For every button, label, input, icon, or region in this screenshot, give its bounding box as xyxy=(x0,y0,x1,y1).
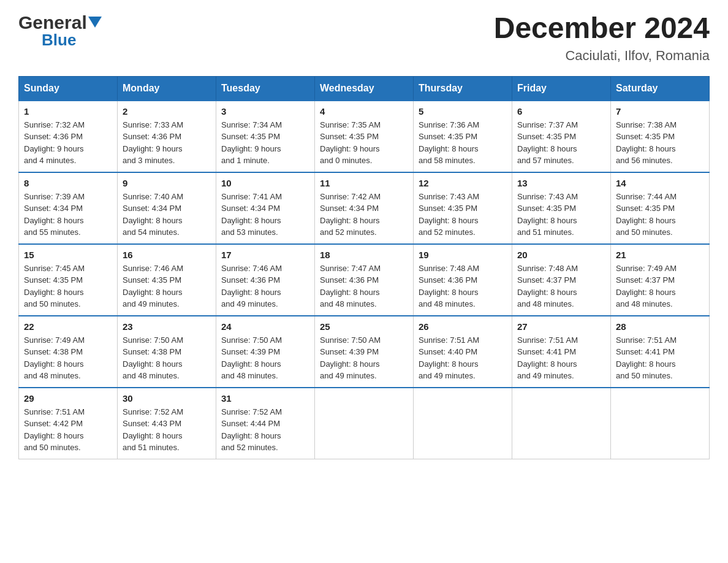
day-number: 19 xyxy=(419,250,507,260)
day-number: 25 xyxy=(320,321,408,332)
day-number: 27 xyxy=(517,321,605,332)
day-number: 21 xyxy=(616,250,704,260)
calendar-cell xyxy=(315,388,414,459)
day-info: Sunrise: 7:49 AM Sunset: 4:38 PM Dayligh… xyxy=(24,334,112,382)
calendar-cell: 22 Sunrise: 7:49 AM Sunset: 4:38 PM Dayl… xyxy=(19,316,118,388)
header-tuesday: Tuesday xyxy=(216,76,315,101)
day-number: 24 xyxy=(221,321,309,332)
day-number: 10 xyxy=(221,178,309,188)
calendar-cell: 20 Sunrise: 7:48 AM Sunset: 4:37 PM Dayl… xyxy=(512,244,611,316)
calendar-title: December 2024 xyxy=(494,12,710,45)
calendar-cell: 8 Sunrise: 7:39 AM Sunset: 4:34 PM Dayli… xyxy=(19,172,118,244)
calendar-week-1: 1 Sunrise: 7:32 AM Sunset: 4:36 PM Dayli… xyxy=(19,101,710,172)
day-info: Sunrise: 7:50 AM Sunset: 4:39 PM Dayligh… xyxy=(320,334,408,382)
header-wednesday: Wednesday xyxy=(315,76,414,101)
calendar-cell: 10 Sunrise: 7:41 AM Sunset: 4:34 PM Dayl… xyxy=(216,172,315,244)
day-info: Sunrise: 7:52 AM Sunset: 4:43 PM Dayligh… xyxy=(123,406,211,454)
logo: General Blue xyxy=(18,12,102,50)
calendar-cell: 19 Sunrise: 7:48 AM Sunset: 4:36 PM Dayl… xyxy=(414,244,512,316)
day-number: 18 xyxy=(320,250,408,260)
day-number: 1 xyxy=(24,106,112,117)
header-sunday: Sunday xyxy=(19,76,118,101)
day-info: Sunrise: 7:51 AM Sunset: 4:40 PM Dayligh… xyxy=(419,334,507,382)
day-number: 30 xyxy=(123,393,211,404)
day-info: Sunrise: 7:51 AM Sunset: 4:42 PM Dayligh… xyxy=(24,406,112,454)
day-number: 7 xyxy=(616,106,704,117)
day-info: Sunrise: 7:43 AM Sunset: 4:35 PM Dayligh… xyxy=(419,191,507,239)
calendar-week-3: 15 Sunrise: 7:45 AM Sunset: 4:35 PM Dayl… xyxy=(19,244,710,316)
svg-marker-0 xyxy=(88,17,102,28)
day-info: Sunrise: 7:40 AM Sunset: 4:34 PM Dayligh… xyxy=(123,191,211,239)
day-number: 6 xyxy=(517,106,605,117)
calendar-cell: 4 Sunrise: 7:35 AM Sunset: 4:35 PM Dayli… xyxy=(315,101,414,172)
calendar-cell: 3 Sunrise: 7:34 AM Sunset: 4:35 PM Dayli… xyxy=(216,101,315,172)
day-info: Sunrise: 7:37 AM Sunset: 4:35 PM Dayligh… xyxy=(517,119,605,167)
title-block: December 2024 Caciulati, Ilfov, Romania xyxy=(494,12,710,64)
calendar-header-row: Sunday Monday Tuesday Wednesday Thursday… xyxy=(19,76,710,101)
calendar-location: Caciulati, Ilfov, Romania xyxy=(494,48,710,64)
day-info: Sunrise: 7:52 AM Sunset: 4:44 PM Dayligh… xyxy=(221,406,309,454)
calendar-cell: 6 Sunrise: 7:37 AM Sunset: 4:35 PM Dayli… xyxy=(512,101,611,172)
day-number: 31 xyxy=(221,393,309,404)
day-number: 8 xyxy=(24,178,112,188)
calendar-cell: 17 Sunrise: 7:46 AM Sunset: 4:36 PM Dayl… xyxy=(216,244,315,316)
day-info: Sunrise: 7:51 AM Sunset: 4:41 PM Dayligh… xyxy=(517,334,605,382)
day-number: 16 xyxy=(123,250,211,260)
calendar-cell: 27 Sunrise: 7:51 AM Sunset: 4:41 PM Dayl… xyxy=(512,316,611,388)
day-info: Sunrise: 7:46 AM Sunset: 4:35 PM Dayligh… xyxy=(123,262,211,310)
day-number: 26 xyxy=(419,321,507,332)
calendar-cell xyxy=(611,388,710,459)
calendar-cell: 31 Sunrise: 7:52 AM Sunset: 4:44 PM Dayl… xyxy=(216,388,315,459)
day-number: 12 xyxy=(419,178,507,188)
calendar-cell: 25 Sunrise: 7:50 AM Sunset: 4:39 PM Dayl… xyxy=(315,316,414,388)
logo-arrow-icon xyxy=(88,17,102,30)
calendar-cell: 13 Sunrise: 7:43 AM Sunset: 4:35 PM Dayl… xyxy=(512,172,611,244)
logo-general-text: General xyxy=(18,12,87,33)
day-info: Sunrise: 7:38 AM Sunset: 4:35 PM Dayligh… xyxy=(616,119,704,167)
calendar-week-4: 22 Sunrise: 7:49 AM Sunset: 4:38 PM Dayl… xyxy=(19,316,710,388)
day-info: Sunrise: 7:41 AM Sunset: 4:34 PM Dayligh… xyxy=(221,191,309,239)
header-thursday: Thursday xyxy=(414,76,512,101)
day-info: Sunrise: 7:45 AM Sunset: 4:35 PM Dayligh… xyxy=(24,262,112,310)
day-info: Sunrise: 7:43 AM Sunset: 4:35 PM Dayligh… xyxy=(517,191,605,239)
header-friday: Friday xyxy=(512,76,611,101)
logo-blue-text: Blue xyxy=(42,31,76,49)
day-number: 15 xyxy=(24,250,112,260)
header-saturday: Saturday xyxy=(611,76,710,101)
header-monday: Monday xyxy=(118,76,216,101)
calendar-week-5: 29 Sunrise: 7:51 AM Sunset: 4:42 PM Dayl… xyxy=(19,388,710,459)
day-number: 5 xyxy=(419,106,507,117)
day-info: Sunrise: 7:50 AM Sunset: 4:39 PM Dayligh… xyxy=(221,334,309,382)
page-header: General Blue December 2024 Caciulati, Il… xyxy=(18,12,710,64)
calendar-cell: 11 Sunrise: 7:42 AM Sunset: 4:34 PM Dayl… xyxy=(315,172,414,244)
day-number: 29 xyxy=(24,393,112,404)
calendar-cell: 24 Sunrise: 7:50 AM Sunset: 4:39 PM Dayl… xyxy=(216,316,315,388)
day-info: Sunrise: 7:35 AM Sunset: 4:35 PM Dayligh… xyxy=(320,119,408,167)
day-info: Sunrise: 7:32 AM Sunset: 4:36 PM Dayligh… xyxy=(24,119,112,167)
calendar-cell: 12 Sunrise: 7:43 AM Sunset: 4:35 PM Dayl… xyxy=(414,172,512,244)
day-info: Sunrise: 7:42 AM Sunset: 4:34 PM Dayligh… xyxy=(320,191,408,239)
calendar-cell: 16 Sunrise: 7:46 AM Sunset: 4:35 PM Dayl… xyxy=(118,244,216,316)
day-info: Sunrise: 7:51 AM Sunset: 4:41 PM Dayligh… xyxy=(616,334,704,382)
calendar-cell: 9 Sunrise: 7:40 AM Sunset: 4:34 PM Dayli… xyxy=(118,172,216,244)
day-info: Sunrise: 7:50 AM Sunset: 4:38 PM Dayligh… xyxy=(123,334,211,382)
day-number: 22 xyxy=(24,321,112,332)
calendar-cell: 7 Sunrise: 7:38 AM Sunset: 4:35 PM Dayli… xyxy=(611,101,710,172)
day-number: 13 xyxy=(517,178,605,188)
day-number: 14 xyxy=(616,178,704,188)
calendar-cell: 15 Sunrise: 7:45 AM Sunset: 4:35 PM Dayl… xyxy=(19,244,118,316)
day-number: 17 xyxy=(221,250,309,260)
day-info: Sunrise: 7:47 AM Sunset: 4:36 PM Dayligh… xyxy=(320,262,408,310)
day-number: 28 xyxy=(616,321,704,332)
day-info: Sunrise: 7:33 AM Sunset: 4:36 PM Dayligh… xyxy=(123,119,211,167)
day-info: Sunrise: 7:44 AM Sunset: 4:35 PM Dayligh… xyxy=(616,191,704,239)
calendar-table: Sunday Monday Tuesday Wednesday Thursday… xyxy=(18,76,710,459)
day-info: Sunrise: 7:48 AM Sunset: 4:36 PM Dayligh… xyxy=(419,262,507,310)
day-number: 23 xyxy=(123,321,211,332)
day-number: 4 xyxy=(320,106,408,117)
calendar-cell xyxy=(414,388,512,459)
calendar-cell: 21 Sunrise: 7:49 AM Sunset: 4:37 PM Dayl… xyxy=(611,244,710,316)
calendar-cell: 23 Sunrise: 7:50 AM Sunset: 4:38 PM Dayl… xyxy=(118,316,216,388)
day-number: 20 xyxy=(517,250,605,260)
calendar-cell xyxy=(512,388,611,459)
